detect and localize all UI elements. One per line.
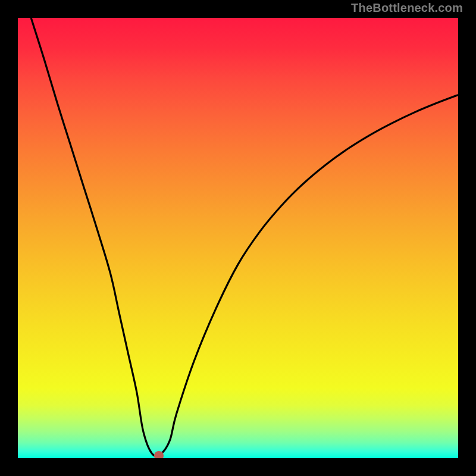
chart-frame: TheBottleneck.com — [0, 0, 476, 476]
bottleneck-curve — [18, 18, 458, 458]
optimal-point-marker — [154, 451, 164, 458]
watermark-text: TheBottleneck.com — [351, 1, 463, 15]
plot-area — [18, 18, 458, 458]
